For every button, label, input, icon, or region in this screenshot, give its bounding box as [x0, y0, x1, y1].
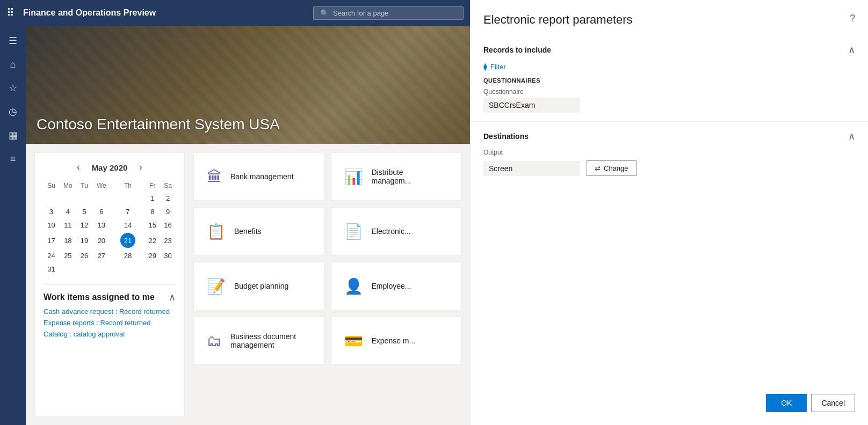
calendar-day[interactable]: 15 [144, 218, 160, 232]
change-button[interactable]: ⇄ Change [587, 160, 636, 176]
calendar-day [77, 192, 92, 205]
main-area: ☰ ⌂ ☆ ◷ ▦ ≡ Contoso Entertainment System… [0, 26, 470, 425]
cancel-button[interactable]: Cancel [811, 394, 855, 412]
calendar-day[interactable]: 6 [92, 205, 111, 218]
calendar-day [59, 262, 77, 276]
hero-banner: Contoso Entertainment System USA [26, 26, 470, 144]
calendar-day[interactable]: 28 [111, 249, 144, 262]
tile[interactable]: 🗂 Business documentmanagement [193, 317, 324, 365]
work-items-section: Work items assigned to me ∧ Cash advance… [44, 284, 176, 338]
work-items-collapse-button[interactable]: ∧ [169, 291, 176, 303]
tile[interactable]: 📝 Budget planning [193, 262, 324, 310]
output-row: ⇄ Change [483, 160, 855, 176]
calendar-day[interactable]: 3 [44, 205, 59, 218]
tile[interactable]: 👤 Employee... [331, 262, 462, 310]
recent-icon[interactable]: ◷ [2, 101, 24, 122]
calendar-day[interactable]: 24 [44, 249, 59, 262]
search-icon: 🔍 [320, 9, 329, 17]
cal-dow-we: We [92, 180, 111, 192]
filter-icon: ⧫ [483, 62, 487, 71]
output-input[interactable] [483, 161, 580, 176]
destinations-collapse-button[interactable]: ∧ [848, 130, 855, 142]
tile[interactable]: 🏛 Bank management [193, 152, 324, 201]
calendar-day[interactable]: 7 [111, 205, 144, 218]
calendar-day[interactable]: 16 [160, 218, 176, 232]
calendar-day[interactable]: 20 [92, 232, 111, 249]
help-icon[interactable]: ? [850, 13, 855, 24]
filter-link[interactable]: ⧫ Filter [483, 62, 855, 71]
calendar-day[interactable]: 29 [144, 249, 160, 262]
workspace-icon[interactable]: ▦ [2, 124, 24, 146]
calendar-day[interactable]: 9 [160, 205, 176, 218]
calendar-day[interactable]: 21 [111, 232, 144, 249]
favorites-icon[interactable]: ☆ [2, 77, 24, 99]
calendar-day[interactable]: 17 [44, 232, 59, 249]
calendar-day [111, 262, 144, 276]
work-item-link[interactable]: Catalog : catalog approval [44, 330, 176, 338]
hamburger-menu-icon[interactable]: ☰ [2, 30, 24, 52]
calendar-day[interactable]: 2 [160, 192, 176, 205]
work-item-link[interactable]: Cash advance request : Record returned [44, 307, 176, 316]
left-panel: ⠿ Finance and Operations Preview 🔍 Searc… [0, 0, 470, 425]
calendar-day[interactable]: 23 [160, 232, 176, 249]
search-placeholder: Search for a page [333, 9, 388, 17]
tile[interactable]: 📋 Benefits [193, 207, 324, 255]
cal-dow-sa: Sa [160, 180, 176, 192]
tile-label-7: Expense m... [372, 336, 416, 345]
calendar-next-button[interactable]: › [136, 162, 145, 173]
tile[interactable]: 📊 Distributemanagem... [331, 152, 462, 201]
calendar-day[interactable]: 19 [77, 232, 92, 249]
calendar-day[interactable]: 18 [59, 232, 77, 249]
records-section-collapse-button[interactable]: ∧ [848, 44, 855, 56]
output-label: Output [483, 149, 855, 156]
calendar-day[interactable]: 31 [44, 262, 59, 276]
questionnaire-input[interactable] [483, 98, 580, 113]
calendar-day[interactable]: 4 [59, 205, 77, 218]
tile[interactable]: 💳 Expense m... [331, 317, 462, 365]
work-item-link[interactable]: Expense reports : Record returned [44, 319, 176, 327]
calendar-grid: Su Mo Tu We Th Fr Sa 1234567891011121314… [44, 180, 176, 276]
tile-icon-7: 💳 [344, 332, 363, 350]
calendar-day[interactable]: 11 [59, 218, 77, 232]
home-icon[interactable]: ⌂ [2, 54, 24, 75]
tile-icon-6: 🗂 [207, 332, 222, 350]
search-bar[interactable]: 🔍 Search for a page [313, 6, 464, 20]
calendar-day[interactable]: 27 [92, 249, 111, 262]
destinations-section-title: Destinations [483, 132, 529, 141]
calendar-day[interactable]: 13 [92, 218, 111, 232]
ok-button[interactable]: OK [766, 394, 807, 412]
work-items-title: Work items assigned to me [44, 292, 155, 302]
work-items-header: Work items assigned to me ∧ [44, 291, 176, 303]
calendar-day[interactable]: 30 [160, 249, 176, 262]
calendar-prev-button[interactable]: ‹ [74, 162, 83, 173]
tile-icon-3: 📄 [344, 223, 363, 240]
calendar-day[interactable]: 25 [59, 249, 77, 262]
records-section-title: Records to include [483, 46, 551, 54]
app-title: Finance and Operations Preview [23, 8, 305, 18]
tile-icon-0: 🏛 [207, 168, 222, 186]
calendar-day[interactable]: 5 [77, 205, 92, 218]
calendar-day[interactable]: 14 [111, 218, 144, 232]
tile-icon-5: 👤 [344, 277, 363, 295]
filter-label: Filter [490, 63, 506, 71]
questionnaire-field-label: Questionnaire [483, 88, 855, 96]
top-nav: ⠿ Finance and Operations Preview 🔍 Searc… [0, 0, 470, 26]
calendar-day[interactable]: 10 [44, 218, 59, 232]
work-items-list: Cash advance request : Record returnedEx… [44, 307, 176, 338]
calendar-day[interactable]: 8 [144, 205, 160, 218]
list-icon[interactable]: ≡ [2, 148, 24, 170]
right-panel-footer: OK Cancel [766, 394, 855, 412]
waffle-icon[interactable]: ⠿ [6, 6, 15, 19]
calendar-day[interactable]: 22 [144, 232, 160, 249]
calendar-day[interactable]: 12 [77, 218, 92, 232]
tile[interactable]: 📄 Electronic... [331, 207, 462, 255]
records-to-include-section: Records to include ∧ ⧫ Filter QUESTIONNA… [471, 35, 868, 122]
tile-label-1: Distributemanagem... [372, 168, 411, 185]
tile-label-2: Benefits [234, 227, 262, 236]
calendar-day[interactable]: 26 [77, 249, 92, 262]
tiles-area: 🏛 Bank management 📊 Distributemanagem...… [193, 152, 461, 416]
right-panel-header: Electronic report parameters ? [471, 0, 868, 27]
calendar-day [59, 192, 77, 205]
calendar-day[interactable]: 1 [144, 192, 160, 205]
sidebar: ☰ ⌂ ☆ ◷ ▦ ≡ [0, 26, 26, 425]
